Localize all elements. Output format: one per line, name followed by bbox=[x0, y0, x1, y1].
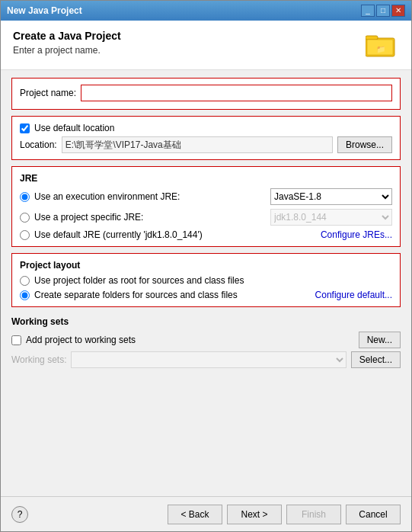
working-sets-section: Working sets Add project to working sets… bbox=[11, 313, 401, 371]
svg-rect-1 bbox=[366, 36, 378, 40]
header-text: Create a Java Project Enter a project na… bbox=[13, 30, 121, 56]
working-sets-select-label: Working sets: bbox=[11, 354, 66, 365]
jre-option1-radio[interactable] bbox=[20, 192, 30, 202]
location-input[interactable] bbox=[62, 136, 333, 153]
browse-button[interactable]: Browse... bbox=[337, 136, 392, 153]
jre-specific-select[interactable]: jdk1.8.0_144 bbox=[270, 209, 392, 226]
jre-option3-label: Use default JRE (currently 'jdk1.8.0_144… bbox=[34, 229, 203, 240]
jre-option1-row: Use an execution environment JRE: JavaSE… bbox=[20, 188, 392, 205]
working-sets-select-button[interactable]: Select... bbox=[351, 351, 401, 368]
dialog-subtitle: Enter a project name. bbox=[13, 45, 121, 56]
dialog-footer: ? < Back Next > Finish Cancel bbox=[1, 496, 411, 531]
layout-option1-label: Use project folder as root for sources a… bbox=[34, 275, 244, 286]
title-bar-controls: _ □ ✕ bbox=[361, 5, 405, 17]
project-name-row: Project name: bbox=[20, 85, 392, 101]
use-default-location-label: Use default location bbox=[34, 123, 114, 133]
jre-option2-label: Use a project specific JRE: bbox=[34, 212, 143, 223]
help-button[interactable]: ? bbox=[11, 506, 28, 523]
finish-button[interactable]: Finish bbox=[286, 505, 341, 524]
project-name-label: Project name: bbox=[20, 88, 76, 98]
working-sets-select-row: Working sets: Select... bbox=[11, 351, 401, 368]
configure-default-link[interactable]: Configure default... bbox=[315, 290, 392, 300]
layout-option1-row: Use project folder as root for sources a… bbox=[20, 275, 392, 286]
jre-option1-label: Use an execution environment JRE: bbox=[34, 191, 180, 202]
layout-section: Project layout Use project folder as roo… bbox=[11, 253, 401, 307]
jre-option2-radio[interactable] bbox=[20, 213, 30, 223]
working-sets-new-button[interactable]: New... bbox=[359, 332, 401, 348]
jre-option1-label-part: Use an execution environment JRE: bbox=[20, 191, 270, 202]
jre-options: Use an execution environment JRE: JavaSE… bbox=[20, 188, 392, 240]
jre-option3-radio[interactable] bbox=[20, 230, 30, 240]
cancel-button[interactable]: Cancel bbox=[346, 505, 401, 524]
layout-options: Use project folder as root for sources a… bbox=[20, 275, 392, 300]
working-sets-title: Working sets bbox=[11, 316, 401, 327]
maximize-button[interactable]: □ bbox=[376, 5, 390, 17]
minimize-button[interactable]: _ bbox=[361, 5, 375, 17]
dialog-title: Create a Java Project bbox=[13, 30, 121, 42]
jre-section: JRE Use an execution environment JRE: Ja… bbox=[11, 166, 401, 247]
layout-section-title: Project layout bbox=[20, 260, 392, 271]
configure-jres-link[interactable]: Configure JREs... bbox=[321, 229, 392, 240]
location-section: Use default location Location: Browse... bbox=[11, 116, 401, 160]
working-sets-checkbox-row: Add project to working sets New... bbox=[11, 332, 401, 348]
jre-option3-row: Use default JRE (currently 'jdk1.8.0_144… bbox=[20, 229, 392, 240]
jre-section-title: JRE bbox=[20, 173, 392, 184]
jre-env-select[interactable]: JavaSE-1.8 JavaSE-11 JavaSE-17 bbox=[270, 188, 392, 205]
jre-option2-row: Use a project specific JRE: jdk1.8.0_144 bbox=[20, 209, 392, 226]
next-button[interactable]: Next > bbox=[227, 505, 282, 524]
layout-option1-radio[interactable] bbox=[20, 276, 30, 286]
window-title: New Java Project bbox=[7, 5, 82, 16]
back-button[interactable]: < Back bbox=[168, 505, 222, 524]
project-name-input[interactable] bbox=[81, 85, 392, 101]
jre-option1-select-part: JavaSE-1.8 JavaSE-11 JavaSE-17 bbox=[270, 188, 392, 205]
dialog-body: Project name: Use default location Locat… bbox=[1, 70, 411, 496]
layout-option2-label: Create separate folders for sources and … bbox=[34, 290, 238, 300]
jre-option2-select-part: jdk1.8.0_144 bbox=[270, 209, 392, 226]
dialog-header: Create a Java Project Enter a project na… bbox=[1, 21, 411, 70]
footer-right: < Back Next > Finish Cancel bbox=[168, 505, 401, 524]
close-button[interactable]: ✕ bbox=[391, 5, 405, 17]
location-row: Location: Browse... bbox=[20, 136, 392, 153]
default-location-row: Use default location bbox=[20, 123, 392, 133]
layout-option2-row: Create separate folders for sources and … bbox=[20, 290, 392, 300]
location-label: Location: bbox=[20, 139, 57, 150]
layout-option2-radio[interactable] bbox=[20, 290, 30, 300]
add-to-working-sets-label: Add project to working sets bbox=[26, 335, 136, 345]
use-default-location-checkbox[interactable] bbox=[20, 123, 30, 133]
jre-option2-label-part: Use a project specific JRE: bbox=[20, 212, 270, 223]
add-to-working-sets-checkbox[interactable] bbox=[11, 335, 21, 345]
project-name-section: Project name: bbox=[11, 78, 401, 110]
working-sets-select[interactable] bbox=[71, 351, 346, 368]
footer-left: ? bbox=[11, 506, 28, 523]
folder-icon: 📁 bbox=[366, 32, 396, 58]
svg-text:📁: 📁 bbox=[376, 44, 386, 54]
title-bar: New Java Project _ □ ✕ bbox=[1, 1, 411, 21]
dialog-window: New Java Project _ □ ✕ Create a Java Pro… bbox=[0, 0, 412, 532]
header-icon: 📁 bbox=[362, 30, 399, 60]
